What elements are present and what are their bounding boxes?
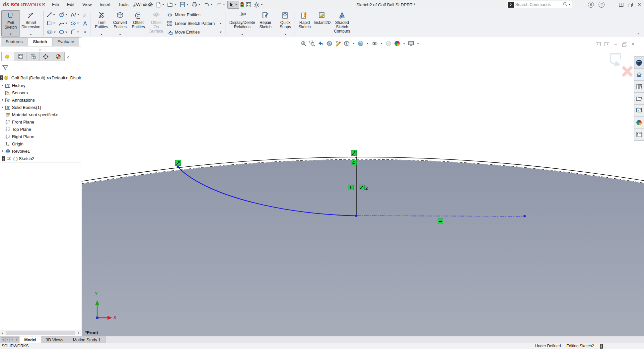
polygon-tool[interactable] xyxy=(58,28,69,37)
relation-pierce-icon[interactable] xyxy=(175,160,181,166)
close-button[interactable]: × xyxy=(637,1,642,8)
display-manager-tab[interactable] xyxy=(52,52,65,61)
rectangle-tool[interactable] xyxy=(45,19,58,28)
scroll-right-arrow[interactable]: › xyxy=(76,330,81,335)
section-view-button[interactable] xyxy=(326,40,333,47)
home-button[interactable] xyxy=(147,1,154,9)
repair-sketch-button[interactable]: Repair Sketch xyxy=(257,10,274,37)
point-tool[interactable] xyxy=(81,28,89,37)
exit-sketch-button[interactable]: Exit Sketch xyxy=(1,10,20,37)
apply-scene-dropdown[interactable] xyxy=(403,43,405,44)
spline-tool[interactable] xyxy=(69,10,81,19)
print-button[interactable] xyxy=(191,1,202,9)
arc-tool[interactable] xyxy=(58,19,69,28)
design-library-tab[interactable] xyxy=(634,81,644,93)
apply-scene-button[interactable] xyxy=(394,40,401,47)
offset-entities-button[interactable]: Offset Entities xyxy=(130,10,147,37)
convert-entities-button[interactable]: Convert Entities xyxy=(110,10,130,37)
expand-arrow-icon[interactable] xyxy=(0,84,5,87)
previous-view-button[interactable] xyxy=(317,40,324,47)
search-icon[interactable] xyxy=(562,1,568,8)
tree-item-sketch2[interactable]: (-) Sketch2 xyxy=(0,155,81,162)
collapse-pane-left-button[interactable] xyxy=(596,42,601,46)
tree-item-front-plane[interactable]: Front Plane xyxy=(0,118,81,126)
confirm-exit-sketch-icon[interactable] xyxy=(610,54,620,66)
custom-properties-tab[interactable] xyxy=(634,129,644,140)
tree-horizontal-scrollbar[interactable]: ‹ › xyxy=(0,330,81,335)
view-settings-dropdown[interactable] xyxy=(417,43,419,44)
sketch-fillet-tool[interactable] xyxy=(69,28,81,37)
options-button[interactable] xyxy=(253,1,264,9)
doc-close-button[interactable]: × xyxy=(630,41,636,47)
tree-item-top-plane[interactable]: Top Plane xyxy=(0,126,81,133)
circle-tool[interactable] xyxy=(58,10,69,19)
tab-motion-study[interactable]: Motion Study 1 xyxy=(68,336,106,343)
line-tool[interactable] xyxy=(45,10,58,19)
file-properties-button[interactable] xyxy=(245,1,252,9)
display-delete-relations-button[interactable]: Display/Delete Relations xyxy=(228,10,257,37)
view-palette-tab[interactable] xyxy=(634,105,644,117)
tab-evaluate[interactable]: Evaluate xyxy=(52,38,79,46)
rapid-sketch-button[interactable]: Rapid Sketch xyxy=(297,10,313,37)
user-account-icon[interactable] xyxy=(588,2,594,8)
relation-horizontal-icon[interactable] xyxy=(438,218,443,224)
doc-minimize-button[interactable]: – xyxy=(613,42,618,47)
tab-features[interactable]: Features xyxy=(1,38,28,46)
expand-arrow-icon[interactable] xyxy=(0,150,5,152)
relation-pierce2-icon[interactable] xyxy=(359,185,365,190)
shaded-sketch-contours-button[interactable]: Shaded Sketch Contours xyxy=(332,10,352,37)
scrollbar-thumb[interactable] xyxy=(6,331,75,335)
tree-item-right-plane[interactable]: Right Plane xyxy=(0,133,81,140)
zoom-to-fit-button[interactable] xyxy=(300,40,307,47)
slot-tool[interactable] xyxy=(45,28,58,37)
tab-model[interactable]: Model xyxy=(20,336,41,343)
move-entities-button[interactable]: Move Entities xyxy=(167,28,223,36)
tree-root-golf-ball[interactable]: Golf Ball (Default) <<Default>_Display S… xyxy=(0,74,81,82)
search-dropdown-arrow[interactable] xyxy=(569,4,571,5)
menu-tools[interactable]: Tools xyxy=(114,0,132,9)
text-tool[interactable] xyxy=(81,19,89,28)
statusbar-rebuild-icon[interactable] xyxy=(600,344,603,349)
tree-item-sensors[interactable]: Sensors xyxy=(0,89,81,96)
first-tab-button[interactable] xyxy=(1,337,5,342)
display-style-dropdown[interactable] xyxy=(367,43,369,44)
menu-view[interactable]: View xyxy=(78,0,96,9)
tree-item-history[interactable]: History xyxy=(0,82,81,89)
restore-button[interactable] xyxy=(628,3,632,7)
menu-edit[interactable]: Edit xyxy=(63,0,78,9)
dynamic-annotation-views-button[interactable] xyxy=(334,40,342,47)
search-commands-box[interactable] xyxy=(507,1,572,8)
feature-manager-tab[interactable] xyxy=(1,52,14,61)
trim-entities-button[interactable]: Trim Entities xyxy=(93,10,110,37)
help-icon[interactable]: ? xyxy=(599,2,605,8)
instant2d-button[interactable]: Instant2D xyxy=(313,10,332,37)
relation-vertical-icon[interactable] xyxy=(348,185,354,190)
tree-item-revolve1[interactable]: Revolve1 xyxy=(0,147,81,155)
panel-splitter-grip[interactable] xyxy=(39,49,41,51)
scroll-left-arrow[interactable]: ‹ xyxy=(0,330,5,335)
rebuild-button[interactable] xyxy=(240,1,244,9)
pin-menu-icon[interactable] xyxy=(132,2,138,8)
mirror-entities-button[interactable]: Mirror Entities xyxy=(167,11,223,19)
tab-3d-views[interactable]: 3D Views xyxy=(41,336,68,343)
file-explorer-tab[interactable] xyxy=(634,93,644,105)
zoom-to-area-button[interactable] xyxy=(309,40,316,47)
view-orientation-dropdown[interactable] xyxy=(353,43,355,44)
doc-restore-button[interactable] xyxy=(622,43,626,46)
last-tab-button[interactable] xyxy=(15,337,19,342)
view-settings-button[interactable] xyxy=(407,40,415,47)
display-style-button[interactable] xyxy=(357,40,364,47)
undo-button[interactable] xyxy=(203,1,214,9)
expand-arrow-icon[interactable] xyxy=(0,99,5,101)
tab-sketch[interactable]: Sketch xyxy=(28,38,52,46)
open-document-button[interactable] xyxy=(167,1,178,9)
manager-tabs-more-arrow[interactable]: > xyxy=(64,52,72,61)
filter-funnel-icon[interactable] xyxy=(2,64,9,71)
ellipse-tool[interactable] xyxy=(69,19,81,28)
search-input[interactable] xyxy=(515,2,562,7)
tree-item-origin[interactable]: Origin xyxy=(0,140,81,147)
confirm-cancel-sketch-icon[interactable] xyxy=(624,68,631,75)
ribbon-collapse-chevron[interactable]: ^ xyxy=(638,33,639,37)
maximize-button[interactable] xyxy=(619,3,623,7)
hide-show-items-button[interactable] xyxy=(371,40,378,47)
